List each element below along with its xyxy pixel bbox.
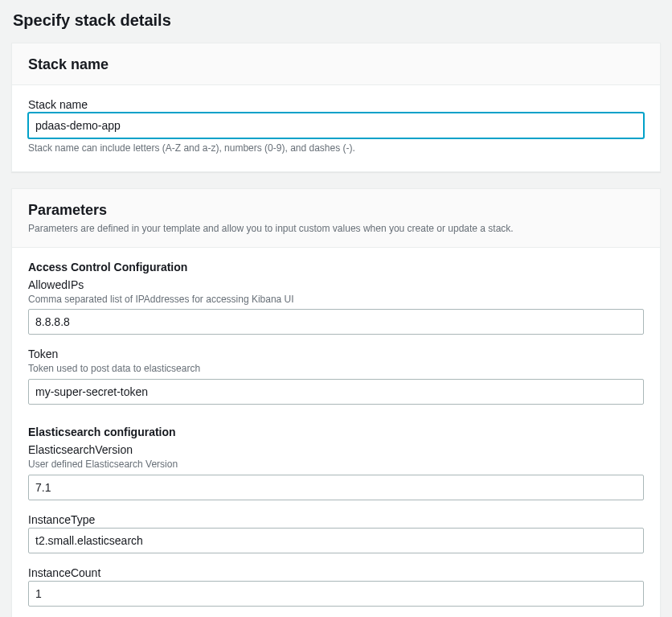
instance-type-field: InstanceType (28, 513, 644, 553)
parameters-heading: Parameters (28, 202, 644, 219)
es-version-label: ElasticsearchVersion (28, 443, 644, 456)
stack-name-label: Stack name (28, 98, 644, 111)
parameters-panel-header: Parameters Parameters are defined in you… (12, 189, 660, 248)
stack-name-heading: Stack name (28, 56, 644, 73)
token-field: Token Token used to post data to elastic… (28, 348, 644, 405)
stack-name-field: Stack name Stack name can include letter… (28, 98, 644, 155)
instance-type-label: InstanceType (28, 513, 644, 526)
instance-count-label: InstanceCount (28, 566, 644, 579)
es-version-hint: User defined Elasticsearch Version (28, 458, 644, 471)
es-version-field: ElasticsearchVersion User defined Elasti… (28, 443, 644, 500)
es-version-input[interactable] (28, 475, 644, 500)
instance-count-field: InstanceCount (28, 566, 644, 607)
stack-name-hint: Stack name can include letters (A-Z and … (28, 142, 644, 155)
token-label: Token (28, 348, 644, 360)
token-hint: Token used to post data to elasticsearch (28, 362, 644, 376)
allowed-ips-label: AllowedIPs (28, 278, 644, 291)
allowed-ips-hint: Comma separated list of IPAddresses for … (28, 293, 644, 306)
stack-name-panel: Stack name Stack name Stack name can inc… (11, 43, 661, 172)
parameters-panel: Parameters Parameters are defined in you… (11, 188, 661, 617)
page-title: Specify stack details (13, 11, 661, 30)
allowed-ips-input[interactable] (28, 309, 644, 335)
stack-name-panel-header: Stack name (12, 43, 660, 85)
group-elasticsearch-title: Elasticsearch configuration (28, 426, 644, 438)
token-input[interactable] (28, 379, 644, 405)
group-access-control-title: Access Control Configuration (28, 261, 644, 274)
stack-name-input[interactable] (28, 113, 644, 138)
parameters-description: Parameters are defined in your template … (28, 222, 644, 236)
instance-type-input[interactable] (28, 528, 644, 553)
allowed-ips-field: AllowedIPs Comma separated list of IPAdd… (28, 278, 644, 335)
instance-count-input[interactable] (28, 581, 644, 607)
